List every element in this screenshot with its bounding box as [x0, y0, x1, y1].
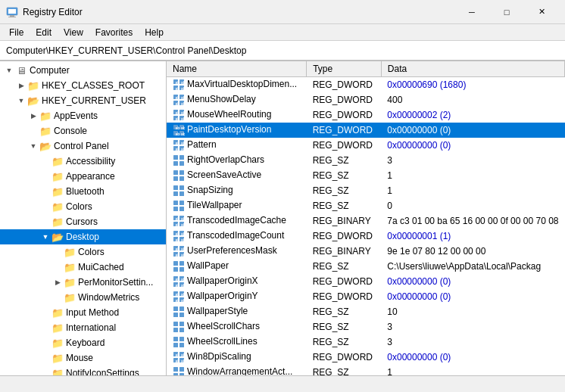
menu-file[interactable]: File: [3, 26, 30, 39]
reg-type: REG_DWORD: [307, 289, 382, 304]
table-row[interactable]: ab ab ab ab UserPreferencesMaskREG_BINAR…: [167, 244, 565, 259]
expand-controlpanel[interactable]: ▼: [27, 140, 39, 152]
svg-text:ab: ab: [176, 216, 180, 221]
svg-text:ab: ab: [181, 117, 185, 121]
table-row[interactable]: ab ab ab ab PatternREG_DWORD0x00000000 (…: [167, 138, 565, 153]
menu-favorites[interactable]: Favorites: [89, 26, 139, 39]
expand-permonitor[interactable]: ▶: [52, 276, 64, 288]
svg-text:ab: ab: [181, 292, 185, 297]
reg-type: REG_BINARY: [307, 244, 382, 259]
svg-text:ab: ab: [181, 283, 185, 288]
tree-item-permonitorsetting[interactable]: ▶ 📁 PerMonitorSettin...: [0, 275, 166, 290]
tree-item-appearance[interactable]: 📁 Appearance: [0, 169, 166, 184]
tree-item-console[interactable]: 📁 Console: [0, 123, 166, 138]
table-row[interactable]: TileWallpaperREG_SZ0: [167, 198, 565, 213]
reg-data: 3: [381, 334, 564, 350]
svg-rect-87: [179, 267, 184, 272]
reg-data: 7a c3 01 00 ba 65 16 00 00 0f 00 00 70 0…: [381, 213, 564, 229]
col-type[interactable]: Type: [307, 61, 382, 77]
reg-data: 10: [381, 304, 564, 319]
svg-text:ab: ab: [181, 238, 185, 242]
table-row[interactable]: ab ab ab ab Win8DpiScalingREG_DWORD0x000…: [167, 350, 565, 365]
table-row[interactable]: WindowArrangementAct...REG_SZ1: [167, 365, 565, 375]
reg-name: ScreenSaveActive: [167, 168, 307, 183]
menu-edit[interactable]: Edit: [30, 26, 58, 39]
menu-help[interactable]: Help: [139, 26, 170, 39]
svg-text:ab: ab: [176, 292, 180, 297]
folder-appearance-icon: 📁: [52, 170, 64, 182]
col-data[interactable]: Data: [381, 61, 564, 77]
tree-item-windowmetrics[interactable]: 📁 WindowMetrics: [0, 290, 166, 305]
svg-text:ab: ab: [181, 216, 185, 221]
tree-item-hkcr[interactable]: ▶ 📁 HKEY_CLASSES_ROOT: [0, 78, 166, 93]
table-row[interactable]: WheelScrollCharsREG_SZ3: [167, 319, 565, 334]
svg-text:ab: ab: [181, 232, 185, 236]
tree-item-colors[interactable]: 📁 Colors: [0, 199, 166, 214]
table-row[interactable]: ab ab ab ab MenuShowDelayREG_DWORD400: [167, 92, 565, 107]
tree-item-international[interactable]: 📁 International: [0, 320, 166, 335]
col-name[interactable]: Name: [167, 61, 307, 77]
expand-hkcu[interactable]: ▼: [15, 95, 27, 107]
tree-item-accessibility[interactable]: 📁 Accessibility: [0, 154, 166, 169]
tree-item-bluetooth[interactable]: 📁 Bluetooth: [0, 184, 166, 199]
svg-rect-1: [8, 9, 16, 14]
minimize-button[interactable]: ─: [454, 0, 489, 24]
table-row[interactable]: ab ab ab ab WallpaperOriginYREG_DWORD0x0…: [167, 289, 565, 304]
expand-desktop[interactable]: ▼: [39, 231, 52, 243]
tree-item-controlpanel[interactable]: ▼ 📂 Control Panel: [0, 138, 166, 154]
menu-view[interactable]: View: [58, 26, 89, 39]
reg-type: REG_SZ: [307, 365, 382, 375]
tree-item-mouse[interactable]: 📁 Mouse: [0, 350, 166, 366]
tree-panel[interactable]: ▼ 🖥 Computer ▶ 📁 HKEY_CLASSES_ROOT ▼ 📂 H…: [0, 61, 167, 375]
svg-rect-125: [179, 367, 184, 372]
main-content: ▼ 🖥 Computer ▶ 📁 HKEY_CLASSES_ROOT ▼ 📂 H…: [0, 61, 565, 375]
table-row[interactable]: WheelScrollLinesREG_SZ3: [167, 334, 565, 350]
tree-label-desktop: Desktop: [66, 232, 99, 242]
expand-appevents[interactable]: ▶: [27, 110, 39, 122]
reg-data: 0x00000690 (1680): [381, 77, 564, 93]
tree-item-desktop-colors[interactable]: 📁 Colors: [0, 244, 166, 260]
tree-label-cursors: Cursors: [66, 216, 98, 227]
tree-item-desktop[interactable]: ▼ 📂 Desktop: [0, 229, 166, 244]
folder-windowmetrics-icon: 📁: [64, 291, 76, 303]
svg-text:ab: ab: [181, 147, 185, 151]
reg-data: 9e 1e 07 80 12 00 00 00: [381, 244, 564, 259]
right-panel[interactable]: Name Type Data ab ab ab ab MaxVirtualDes…: [167, 61, 565, 375]
tree-item-appevents[interactable]: ▶ 📁 AppEvents: [0, 108, 166, 123]
reg-name: ab ab ab ab MenuShowDelay: [167, 92, 307, 107]
table-row[interactable]: ab ab ab ab PaintDesktopVersionREG_DWORD…: [167, 123, 565, 138]
table-row[interactable]: SnapSizingREG_SZ1: [167, 183, 565, 198]
tree-item-muicached[interactable]: 📁 MuiCached: [0, 260, 166, 275]
tree-item-notifyiconsettings[interactable]: 📁 NotifyIconSettings: [0, 366, 166, 375]
reg-name: ab ab ab ab TranscodedImageCache: [167, 213, 307, 229]
reg-name: ab ab ab ab UserPreferencesMask: [167, 244, 307, 259]
table-row[interactable]: ab ab ab ab TranscodedImageCountREG_DWOR…: [167, 229, 565, 244]
table-row[interactable]: WallPaperREG_SZC:\Users\liuwe\AppData\Lo…: [167, 259, 565, 274]
folder-appevents-icon: 📁: [39, 110, 52, 122]
svg-rect-109: [179, 322, 184, 326]
reg-data: 1: [381, 168, 564, 183]
table-row[interactable]: ScreenSaveActiveREG_SZ1: [167, 168, 565, 183]
table-row[interactable]: ab ab ab ab TranscodedImageCacheREG_BINA…: [167, 213, 565, 229]
table-row[interactable]: ab ab ab ab MaxVirtualDesktopDimen...REG…: [167, 77, 565, 93]
reg-data: 400: [381, 92, 564, 107]
tree-item-hkcu[interactable]: ▼ 📂 HKEY_CURRENT_USER: [0, 93, 166, 108]
close-button[interactable]: ✕: [524, 0, 559, 24]
folder-international-icon: 📁: [52, 322, 64, 334]
expand-computer[interactable]: ▼: [3, 64, 15, 76]
svg-text:ab: ab: [181, 222, 185, 227]
tree-item-computer[interactable]: ▼ 🖥 Computer: [0, 63, 166, 78]
tree-label-bluetooth: Bluetooth: [66, 186, 105, 197]
table-row[interactable]: RightOverlapCharsREG_SZ3: [167, 153, 565, 168]
reg-data: 0x00000000 (0): [381, 274, 564, 289]
tree-item-cursors[interactable]: 📁 Cursors: [0, 214, 166, 229]
table-row[interactable]: ab ab ab ab MouseWheelRoutingREG_DWORD0x…: [167, 107, 565, 123]
tree-item-keyboard[interactable]: 📁 Keyboard: [0, 335, 166, 350]
maximize-button[interactable]: □: [489, 0, 524, 24]
expand-hkcr[interactable]: ▶: [15, 79, 27, 92]
tree-item-inputmethod[interactable]: 📁 Input Method: [0, 305, 166, 320]
table-row[interactable]: WallpaperStyleREG_SZ10: [167, 304, 565, 319]
svg-text:ab: ab: [176, 222, 180, 227]
table-row[interactable]: ab ab ab ab WallpaperOriginXREG_DWORD0x0…: [167, 274, 565, 289]
svg-text:ab: ab: [176, 95, 180, 100]
